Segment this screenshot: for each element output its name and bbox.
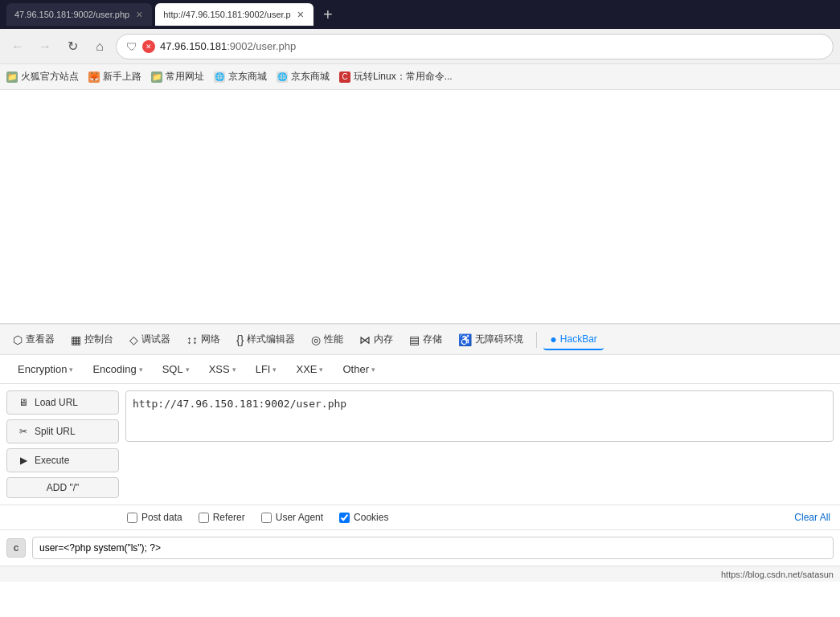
bookmarks-bar: 📁 火狐官方站点 🦊 新手上路 📁 常用网址 🌐 京东商城 🌐 京东商城 C 玩… — [0, 64, 840, 90]
main-content-area — [0, 90, 840, 323]
devtools-style-label: 样式编辑器 — [247, 333, 295, 346]
bookmark-jd1[interactable]: 🌐 京东商城 — [214, 70, 267, 84]
browser-navbar: ← → ↻ ⌂ 🛡 ✕ 47.96.150.181:9002/user.php — [0, 29, 840, 64]
hackbar-options-row: Post data Referer User Agent Cookies Cle… — [0, 505, 840, 530]
hackbar-sql-menu[interactable]: SQL ▾ — [154, 360, 198, 378]
post-data-checkbox-group[interactable]: Post data — [127, 512, 182, 523]
devtools-memory[interactable]: ⋈ 内存 — [353, 329, 400, 349]
devtools-hackbar-label: HackBar — [560, 333, 597, 345]
referer-checkbox-group[interactable]: Referer — [199, 512, 245, 523]
devtools-accessibility[interactable]: ♿ 无障碍环境 — [452, 329, 530, 349]
address-path: :9002/user.php — [227, 40, 296, 52]
hackbar-sidebar: 🖥 Load URL ✂ Split URL ▶ Execute ADD "/" — [6, 390, 119, 498]
execute-button[interactable]: ▶ Execute — [6, 448, 119, 472]
referer-checkbox[interactable] — [199, 513, 209, 523]
devtools-style-editor[interactable]: {} 样式编辑器 — [230, 329, 301, 349]
new-tab-button[interactable]: + — [317, 6, 339, 24]
execute-label: Execute — [35, 455, 69, 466]
encryption-dropdown-arrow: ▾ — [69, 366, 73, 374]
hackbar-xss-label: XSS — [209, 363, 230, 375]
debugger-icon: ◇ — [129, 333, 138, 346]
tab-inactive[interactable]: 47.96.150.181:9002/user.php × — [6, 3, 152, 26]
forward-button[interactable]: → — [34, 35, 56, 58]
hackbar-encryption-menu[interactable]: Encryption ▾ — [10, 360, 81, 378]
hackbar-encoding-label: Encoding — [92, 363, 136, 375]
inspect-icon: ⬡ — [13, 333, 23, 346]
add-slash-button[interactable]: ADD "/" — [6, 477, 119, 498]
style-editor-icon: {} — [236, 333, 244, 346]
user-agent-checkbox-group[interactable]: User Agent — [261, 512, 323, 523]
reload-button[interactable]: ↻ — [61, 35, 84, 58]
execute-icon: ▶ — [17, 454, 30, 467]
shield-icon: 🛡 — [126, 40, 137, 53]
devtools-console[interactable]: ▦ 控制台 — [64, 329, 120, 349]
storage-icon: ▤ — [409, 333, 420, 346]
other-dropdown-arrow: ▾ — [371, 366, 375, 374]
network-icon: ↕↕ — [186, 333, 198, 346]
home-button[interactable]: ⌂ — [88, 35, 111, 58]
tab-close-btn[interactable]: × — [296, 8, 305, 21]
hackbar-xss-menu[interactable]: XSS ▾ — [201, 360, 244, 378]
devtools-hackbar[interactable]: ● HackBar — [543, 329, 603, 350]
user-agent-checkbox[interactable] — [261, 513, 272, 523]
devtools-memory-label: 内存 — [374, 333, 393, 346]
accessibility-icon: ♿ — [458, 333, 472, 346]
devtools-performance[interactable]: ◎ 性能 — [305, 329, 350, 349]
back-button[interactable]: ← — [6, 35, 29, 58]
devtools-network[interactable]: ↕↕ 网络 — [180, 329, 227, 349]
cookie-input[interactable] — [32, 537, 834, 559]
hackbar-lfi-label: LFI — [256, 363, 271, 375]
browser-titlebar: 47.96.150.181:9002/user.php × http://47.… — [0, 0, 840, 29]
devtools-inspect[interactable]: ⬡ 查看器 — [6, 329, 61, 349]
tab-close-btn[interactable]: × — [134, 8, 144, 21]
user-agent-label: User Agent — [276, 512, 323, 523]
load-url-button[interactable]: 🖥 Load URL — [6, 390, 119, 415]
bookmark-linux[interactable]: C 玩转Linux：常用命令... — [339, 70, 453, 84]
bookmark-label: 玩转Linux：常用命令... — [354, 70, 453, 84]
address-bar[interactable]: 🛡 ✕ 47.96.150.181:9002/user.php — [116, 34, 834, 59]
hackbar-cookie-row: c — [0, 530, 840, 566]
devtools-separator — [536, 332, 537, 348]
hackbar-url-area — [125, 390, 834, 498]
cookies-checkbox[interactable] — [339, 513, 350, 523]
bookmark-label: 常用网址 — [166, 70, 204, 84]
devtools-debugger-label: 调试器 — [141, 333, 170, 346]
clear-all-button[interactable]: Clear All — [794, 512, 830, 523]
devtools-accessibility-label: 无障碍环境 — [475, 333, 523, 346]
cookies-checkbox-group[interactable]: Cookies — [339, 512, 388, 523]
tab-label: http://47.96.150.181:9002/user.p — [163, 10, 290, 19]
tab-active[interactable]: http://47.96.150.181:9002/user.p × — [155, 3, 313, 26]
devtools-storage[interactable]: ▤ 存储 — [403, 329, 449, 349]
bookmark-label: 火狐官方站点 — [21, 70, 79, 84]
hackbar-lfi-menu[interactable]: LFI ▾ — [248, 360, 285, 378]
bookmark-jd-icon2: 🌐 — [277, 72, 288, 83]
split-url-button[interactable]: ✂ Split URL — [6, 419, 119, 443]
url-input[interactable] — [125, 390, 834, 442]
encoding-dropdown-arrow: ▾ — [139, 366, 143, 374]
referer-label: Referer — [213, 512, 245, 523]
hackbar-other-label: Other — [342, 363, 369, 375]
bookmark-folder-icon: 📁 — [6, 72, 18, 83]
post-data-checkbox[interactable] — [127, 513, 137, 523]
bookmark-jd-icon1: 🌐 — [214, 72, 225, 83]
devtools-debugger[interactable]: ◇ 调试器 — [123, 329, 177, 349]
memory-icon: ⋈ — [359, 333, 371, 346]
hackbar-menu: Encryption ▾ Encoding ▾ SQL ▾ XSS ▾ LFI … — [0, 355, 840, 384]
split-url-icon: ✂ — [17, 425, 30, 438]
xss-dropdown-arrow: ▾ — [232, 366, 236, 374]
bookmark-label: 京东商城 — [291, 70, 330, 84]
hackbar-xxe-label: XXE — [296, 363, 317, 375]
hackbar-sql-label: SQL — [162, 363, 183, 375]
sql-dropdown-arrow: ▾ — [186, 366, 190, 374]
bookmark-foxfire[interactable]: 📁 火狐官方站点 — [6, 70, 79, 84]
hackbar-xxe-menu[interactable]: XXE ▾ — [288, 360, 331, 378]
bookmark-newbie[interactable]: 🦊 新手上路 — [88, 70, 141, 84]
hackbar-encoding-menu[interactable]: Encoding ▾ — [84, 360, 150, 378]
bookmark-common-urls[interactable]: 📁 常用网址 — [151, 70, 204, 84]
address-domain: 47.96.150.181 — [160, 40, 227, 52]
hackbar-other-menu[interactable]: Other ▾ — [334, 360, 383, 378]
bookmark-jd2[interactable]: 🌐 京东商城 — [277, 70, 330, 84]
bookmark-firefox-icon: 🦊 — [88, 72, 100, 83]
lfi-dropdown-arrow: ▾ — [272, 366, 277, 374]
bookmark-label: 新手上路 — [103, 70, 141, 84]
